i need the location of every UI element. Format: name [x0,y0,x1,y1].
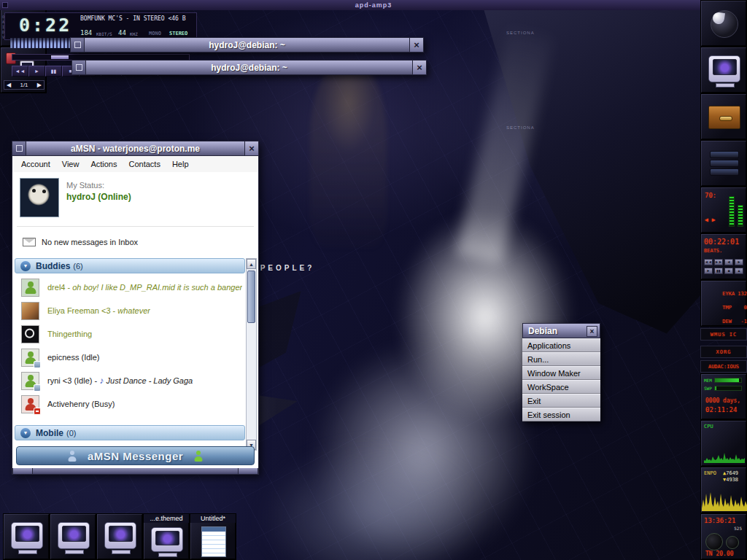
buddy-row-epicness[interactable]: epicness (Idle) [21,346,247,369]
buddy-row-thingerthing[interactable]: Thingerthing [21,322,247,346]
prev-icon[interactable]: ◄ [724,259,733,265]
mono-indicator: MONO [149,31,161,36]
notepad-icon [201,526,226,557]
seek-thumb[interactable] [50,55,69,60]
menu-item-exit-session[interactable]: Exit session [522,408,600,421]
menu-account[interactable]: Account [15,158,56,171]
dock-app-logo[interactable] [700,0,747,47]
window-menu-button[interactable] [72,61,86,74]
dock-strip-wmusic[interactable]: WMUS IC [700,328,747,341]
dock-app-netmon[interactable]: ENPO ▲7649 ▼4938 [700,467,747,513]
stop-icon[interactable]: ■ [724,268,733,274]
eject-icon[interactable]: ▲ [735,268,743,274]
track-title[interactable]: BOMFUNK MC'S - IN STEREO <46 B [80,15,196,22]
disk-stack-icon [710,151,739,177]
previous-icon[interactable]: ◄◄ [12,66,28,77]
group-label: Buddies [36,261,70,271]
spectrum-visualizer[interactable] [10,38,71,48]
close-icon[interactable]: × [244,141,258,155]
dock-app-weather[interactable]: EYKA 1320 TMP 0°C DEW -1°C PRS 1016 HUM … [700,280,747,327]
timer-display: 00:22:01 [704,238,739,246]
bitrate-label: KBIT/S [96,31,112,36]
dock-app-drawer[interactable] [700,93,747,140]
inbox-status[interactable]: No new messages in Inbox [42,238,138,246]
dock-app-cpu[interactable]: CPU [700,420,747,467]
pause-icon[interactable]: ▮▮ [45,66,62,77]
play-icon[interactable]: ► [704,268,713,274]
dock-app-terminal[interactable] [700,47,747,93]
uptime-time: 02:11:24 [705,406,737,413]
dock-app-clock[interactable]: 13:36:21 525 TN 20.00 [700,513,747,560]
dock-app-storage[interactable] [700,140,747,187]
buddy-row-drel4[interactable]: drel4 - oh boy! I like D_MP_RAI.mid it i… [21,276,247,299]
group-buddies[interactable]: ▼ Buddies (6) [15,258,245,273]
miniwindow-terminal-2[interactable] [50,513,96,560]
menu-item-window-maker[interactable]: Window Maker [522,366,600,380]
buddy-icon [192,450,204,462]
user-avatar[interactable] [20,178,59,217]
menu-view[interactable]: View [56,158,85,171]
drawer-icon [708,106,740,129]
miniwindow-untitled[interactable]: Untitled* [190,513,236,560]
menu-item-workspace[interactable]: WorkSpace [522,380,600,394]
close-icon[interactable]: × [412,61,426,74]
menu-item-applications[interactable]: Applications [522,338,600,352]
menu-title: Debian [523,324,587,338]
terminal-window-2[interactable]: hydroJ@debian: ~ × [71,60,427,75]
buddy-row-ryni[interactable]: ryni <3 (Idle) - ♪ Just Dance - Lady Gag… [21,369,247,392]
amsn-footer-banner[interactable]: aMSN Messenger [16,446,255,465]
footer-label: aMSN Messenger [88,450,183,462]
status-value[interactable]: hydroJ (Online) [66,192,131,202]
rewind-icon[interactable]: ◄◄ [704,259,713,265]
mem-meter [714,378,742,383]
menu-item-run[interactable]: Run... [522,352,600,366]
dock-strip-xorg[interactable]: XORG [700,346,747,358]
window-menu-icon [74,42,81,48]
terminal-window-1[interactable]: hydroJ@debian: ~ × [70,37,424,52]
pause-icon[interactable]: ▮▮ [714,268,723,274]
close-icon[interactable]: × [409,38,423,52]
window-menu-button[interactable] [12,141,26,155]
playback-time: 0:22 [19,15,71,36]
menu-help[interactable]: Help [166,158,195,171]
buddy-row-eliya[interactable]: Eliya Freeman <3 - whatever [21,299,247,322]
chevron-down-icon[interactable]: ▼ [20,428,31,438]
group-mobile[interactable]: ▼ Mobile (0) [15,425,245,440]
clutterbar[interactable]: OAIDV [1,15,5,40]
amsn-window: aMSN - waterjones@proton.me × Account Vi… [12,141,259,475]
menu-contacts[interactable]: Contacts [123,158,166,171]
miniwindow-themed[interactable]: ...e.themed [143,513,190,560]
buddy-row-activehenry[interactable]: Activehenry (Busy) [21,392,247,416]
player-titlebar[interactable]: apd-amp3 [0,0,747,10]
close-icon[interactable]: × [587,326,597,337]
play-icon[interactable]: ► [28,66,45,77]
pager-next-icon[interactable]: ▶ [37,82,42,88]
net-graph [702,489,747,511]
vu-meter [738,205,743,227]
resize-bar[interactable] [12,468,259,475]
group-count: (0) [66,429,76,438]
player-menu-icon[interactable] [2,2,8,8]
dock-app-mixer[interactable]: 70: ◀ ▶ [700,187,747,233]
miniwindow-terminal-1[interactable] [3,513,50,560]
scroll-up-icon[interactable]: ▲ [247,259,256,269]
scroll-thumb[interactable] [247,271,255,323]
dock-strip-audacious[interactable]: AUDAC:IOUS [700,360,747,373]
dock-app-meminfo[interactable]: MEM SWP 0000 days, 02:11:24 [700,373,747,420]
menu-item-exit[interactable]: Exit [522,394,600,408]
chevron-down-icon[interactable]: ▼ [20,261,31,271]
buddy-avatar [21,349,39,367]
forward-icon[interactable]: ►► [714,259,723,265]
mixer-arrows-icon[interactable]: ◀ ▶ [705,217,715,223]
window-menu-button[interactable] [71,38,85,52]
miniwindow-terminal-3[interactable] [96,513,143,560]
scrollbar[interactable]: ▲ ▼ [246,258,257,451]
dock-app-timer[interactable]: 00:22:01 BEATS. ◄◄ ►► ◄ ► ► ▮▮ ■ ▲ [700,233,747,280]
mem-label: MEM [704,378,712,383]
net-tx: 7649 [726,470,738,476]
strip-label: WMUS IC [711,332,738,338]
analog-clock-icon [705,533,723,551]
next-icon[interactable]: ► [735,259,743,265]
pager-prev-icon[interactable]: ◀ [7,82,11,88]
menu-actions[interactable]: Actions [85,158,123,171]
